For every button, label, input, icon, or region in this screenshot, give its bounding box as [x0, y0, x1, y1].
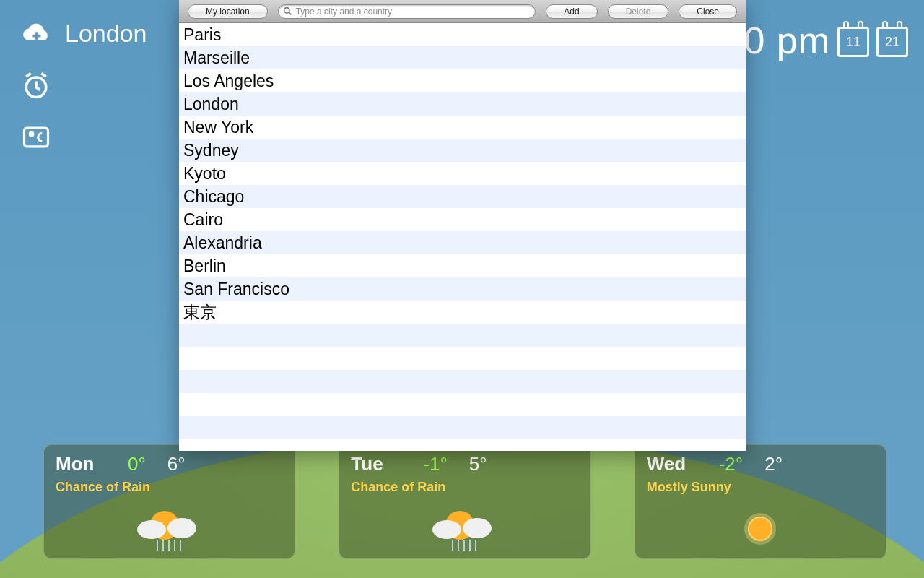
forecast-card[interactable]: Wed -2° 2° Mostly Sunny — [635, 444, 886, 559]
rain-icon — [44, 504, 295, 554]
svg-rect-1 — [25, 128, 48, 147]
add-button[interactable]: Add — [546, 4, 597, 19]
city-list-item[interactable] — [179, 324, 746, 347]
city-list-item[interactable]: Chicago — [179, 185, 746, 208]
city-list-item[interactable]: Berlin — [179, 254, 746, 277]
city-list-item[interactable]: San Francisco — [179, 277, 746, 301]
forecast-card[interactable]: Tue -1° 5° Chance of Rain — [339, 444, 590, 559]
calendar-day-1: 11 — [837, 27, 869, 57]
svg-point-22 — [284, 7, 289, 12]
svg-point-5 — [167, 518, 196, 538]
temp-high: 6° — [167, 453, 186, 475]
forecast-row: Mon 0° 6° Chance of Rain Tue -1° 5° Chan… — [43, 444, 886, 559]
city-list-item[interactable]: Alexandria — [179, 231, 746, 254]
city-list-item[interactable]: Kyoto — [179, 162, 746, 185]
city-list-item[interactable]: London — [179, 92, 746, 116]
calendar-day-2: 21 — [876, 27, 908, 57]
city-list-item[interactable]: New York — [179, 116, 746, 139]
city-list-item[interactable] — [179, 347, 746, 370]
dialog-toolbar: My location Add Delete Close — [179, 0, 746, 23]
clock-calendar-area: 0 pm 11 21 — [744, 19, 908, 62]
city-list-item[interactable]: 東京 — [179, 301, 746, 324]
city-search-input[interactable] — [278, 4, 536, 19]
city-list-item[interactable] — [179, 370, 746, 393]
svg-point-13 — [463, 518, 492, 538]
current-city-label: London — [65, 20, 147, 48]
clock-time: 0 pm — [744, 19, 830, 62]
city-list-item[interactable]: Los Angeles — [179, 69, 746, 92]
calendar-icon-2[interactable]: 21 — [876, 22, 908, 59]
day-name: Mon — [56, 453, 106, 475]
current-city-row[interactable]: London — [20, 17, 147, 49]
rain-icon — [339, 504, 590, 554]
sidebar-controls: London — [20, 17, 147, 153]
my-location-button[interactable]: My location — [188, 4, 268, 19]
calendar-icon-1[interactable]: 11 — [837, 22, 869, 59]
svg-point-12 — [432, 520, 461, 539]
svg-point-4 — [137, 520, 166, 539]
city-list-item[interactable]: Marseille — [179, 46, 746, 69]
city-manager-dialog: My location Add Delete Close ParisMarsei… — [179, 0, 746, 451]
temp-high: 2° — [764, 453, 783, 475]
city-list-item[interactable]: Paris — [179, 23, 746, 46]
sun-icon — [635, 504, 886, 554]
temp-low: -2° — [719, 453, 744, 475]
cloud-add-icon — [20, 17, 52, 49]
day-name: Tue — [351, 453, 401, 475]
city-list-item[interactable] — [179, 393, 746, 416]
temp-low: -1° — [423, 453, 448, 475]
city-list-item[interactable]: Cairo — [179, 208, 746, 231]
temp-high: 5° — [469, 453, 487, 475]
day-name: Wed — [647, 453, 697, 475]
svg-point-2 — [30, 132, 33, 136]
condition-text: Chance of Rain — [56, 480, 283, 495]
delete-button[interactable]: Delete — [608, 4, 669, 19]
city-list-item[interactable]: Sydney — [179, 139, 746, 162]
close-button[interactable]: Close — [679, 4, 737, 19]
svg-line-23 — [289, 12, 291, 14]
temp-low: 0° — [128, 453, 146, 475]
city-list-item[interactable] — [179, 416, 746, 439]
city-list[interactable]: ParisMarseilleLos AngelesLondonNew YorkS… — [179, 23, 746, 451]
city-search-wrap — [278, 4, 536, 19]
search-icon — [283, 7, 292, 16]
alarm-clock-icon[interactable] — [20, 69, 52, 101]
condition-text: Mostly Sunny — [647, 480, 874, 495]
temperature-unit-icon[interactable] — [20, 121, 52, 153]
condition-text: Chance of Rain — [351, 480, 578, 495]
forecast-card[interactable]: Mon 0° 6° Chance of Rain — [43, 444, 295, 559]
